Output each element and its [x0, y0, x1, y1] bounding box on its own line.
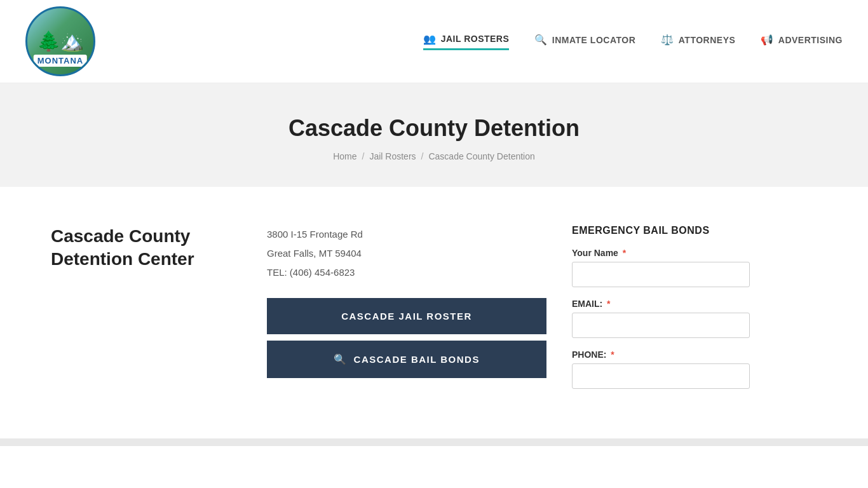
- name-required-marker: *: [623, 248, 626, 258]
- cascade-bail-bonds-button[interactable]: 🔍 CASCADE BAIL BONDS: [267, 341, 546, 378]
- form-title: EMERGENCY BAIL BONDS: [572, 225, 750, 236]
- bottom-bar: [0, 438, 868, 446]
- address-line-1: 3800 I-15 Frontage Rd: [267, 225, 546, 244]
- main-content: Cascade County Detention Center 3800 I-1…: [0, 187, 868, 426]
- logo-inner: 🌲🏔️: [37, 32, 84, 51]
- emergency-bail-bonds-form: EMERGENCY BAIL BONDS Your Name * EMAIL: …: [572, 225, 750, 400]
- name-label: Your Name *: [572, 248, 750, 258]
- nav-jail-rosters[interactable]: 👥 JAIL ROSTERS: [423, 33, 509, 50]
- email-input[interactable]: [572, 313, 750, 338]
- logo-montana-text: MONTANA: [34, 55, 87, 67]
- page-title: Cascade County Detention: [25, 115, 843, 142]
- email-field-group: EMAIL: *: [572, 299, 750, 338]
- phone-input[interactable]: [572, 363, 750, 389]
- jail-rosters-icon: 👥: [423, 33, 437, 45]
- attorneys-icon: ⚖️: [661, 34, 674, 46]
- address-block: 3800 I-15 Frontage Rd Great Falls, MT 59…: [267, 225, 546, 282]
- breadcrumb-sep-2: /: [421, 151, 424, 161]
- nav-advertising[interactable]: 📢 ADVERTISING: [761, 34, 843, 49]
- phone-required-marker: *: [611, 349, 614, 360]
- logo-circle: 🌲🏔️ MONTANA: [25, 6, 95, 76]
- phone-label: PHONE: *: [572, 349, 750, 360]
- facility-name: Cascade County Detention Center: [51, 225, 241, 271]
- search-icon: 🔍: [334, 353, 348, 365]
- address-tel: TEL: (406) 454-6823: [267, 263, 546, 282]
- breadcrumb-jail-rosters[interactable]: Jail Rosters: [369, 151, 416, 161]
- name-field-group: Your Name *: [572, 248, 750, 287]
- advertising-icon: 📢: [761, 34, 774, 46]
- main-nav: 👥 JAIL ROSTERS 🔍 INMATE LOCATOR ⚖️ ATTOR…: [423, 33, 843, 50]
- inmate-locator-icon: 🔍: [534, 34, 548, 46]
- hero-banner: Cascade County Detention Home / Jail Ros…: [0, 83, 868, 187]
- site-header: 🌲🏔️ MONTANA 👥 JAIL ROSTERS 🔍 INMATE LOCA…: [0, 0, 868, 83]
- breadcrumb-sep-1: /: [362, 151, 365, 161]
- breadcrumb: Home / Jail Rosters / Cascade County Det…: [25, 151, 843, 161]
- email-label: EMAIL: *: [572, 299, 750, 309]
- nav-attorneys[interactable]: ⚖️ ATTORNEYS: [661, 34, 735, 49]
- nav-inmate-locator[interactable]: 🔍 INMATE LOCATOR: [534, 34, 635, 49]
- email-required-marker: *: [607, 299, 610, 309]
- cascade-jail-roster-button[interactable]: CASCADE JAIL ROSTER: [267, 298, 546, 334]
- name-input[interactable]: [572, 262, 750, 287]
- breadcrumb-home[interactable]: Home: [333, 151, 356, 161]
- breadcrumb-current: Cascade County Detention: [428, 151, 534, 161]
- logo-container: 🌲🏔️ MONTANA: [25, 6, 95, 76]
- address-line-2: Great Falls, MT 59404: [267, 244, 546, 263]
- left-section: Cascade County Detention Center: [51, 225, 241, 271]
- center-section: 3800 I-15 Frontage Rd Great Falls, MT 59…: [267, 225, 546, 384]
- phone-field-group: PHONE: *: [572, 349, 750, 389]
- logo-tree-icon: 🌲🏔️: [37, 32, 84, 51]
